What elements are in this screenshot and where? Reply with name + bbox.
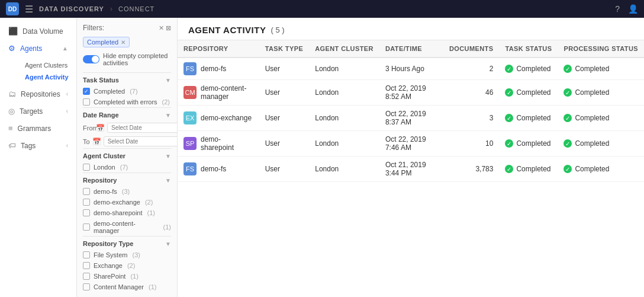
sidebar-item-grammars[interactable]: ≡ Grammars <box>0 120 76 137</box>
demo-content-manager-checkbox[interactable] <box>83 223 90 231</box>
repository-type-section-header[interactable]: Repository Type ▼ <box>83 236 171 250</box>
agent-clusters-label: Agent Clusters <box>25 62 67 69</box>
clear-filters-button[interactable]: ✕ ⊠ <box>159 24 171 32</box>
filter-row-demo-exchange: demo-exchange (2) <box>83 197 171 207</box>
sidebar-label-tags: Tags <box>21 142 36 150</box>
col-task-type: TASK TYPE <box>259 40 310 58</box>
grammars-icon: ≡ <box>8 124 13 133</box>
demo-sharepoint-count: (1) <box>147 209 155 216</box>
hamburger-icon[interactable]: ☰ <box>25 4 33 15</box>
task-type-3: User <box>259 131 310 157</box>
sharepoint-checkbox[interactable] <box>83 273 90 280</box>
repo-name-0: demo-fs <box>201 65 226 73</box>
page-title: AGENT ACTIVITY <box>188 25 266 35</box>
cluster-3: London <box>309 131 379 157</box>
repo-name-4: demo-fs <box>201 165 226 173</box>
date-range-title: Date Range <box>83 111 119 119</box>
london-checkbox[interactable] <box>83 164 90 171</box>
agent-cluster-title: Agent Cluster <box>83 152 125 159</box>
demo-fs-checkbox[interactable] <box>83 188 90 195</box>
repo-cell-1: CM demo-content-manager <box>178 80 259 106</box>
datetime-2: Oct 22, 2019 8:37 AM <box>379 106 443 131</box>
demo-exchange-checkbox[interactable] <box>83 199 90 206</box>
sidebar-item-repositories[interactable]: 🗂 Repositories ‹ <box>0 85 76 103</box>
content-manager-label: Content Manager <box>94 283 144 290</box>
task-type-0: User <box>259 58 310 80</box>
demo-sharepoint-checkbox[interactable] <box>83 209 90 216</box>
completed-checkbox[interactable]: ✓ <box>83 88 90 95</box>
agents-icon: ⚙ <box>8 44 15 53</box>
content-manager-checkbox[interactable] <box>83 283 90 290</box>
tags-icon: 🏷 <box>8 141 16 150</box>
top-bar: DD ☰ DATA DISCOVERY › CONNECT ? 👤 <box>0 0 644 18</box>
app-logo: DD <box>6 2 19 15</box>
task-status-section-header[interactable]: Task Status ▼ <box>83 72 171 86</box>
repo-name-3: demo-sharepoint <box>201 135 253 152</box>
sidebar-label-agents: Agents <box>20 44 42 53</box>
filter-row-demo-content-manager: demo-content-manager (1) <box>83 218 171 236</box>
agent-cluster-chevron: ▼ <box>165 153 171 159</box>
sidebar-item-agents[interactable]: ⚙ Agents ▲ <box>0 40 76 57</box>
targets-chevron: ‹ <box>66 108 68 114</box>
user-icon[interactable]: 👤 <box>628 4 638 14</box>
date-range-section-header[interactable]: Date Range ▼ <box>83 107 171 121</box>
task-status-0: ✓ Completed <box>499 58 558 80</box>
cluster-1: London <box>309 80 379 106</box>
task-status-title: Task Status <box>83 76 119 84</box>
datetime-0: 3 Hours Ago <box>379 58 443 80</box>
filter-row-exchange: Exchange (2) <box>83 260 171 271</box>
task-status-dot-4: ✓ <box>505 165 513 173</box>
completed-errors-label: Completed with errors <box>94 98 157 106</box>
repo-icon-3: SP <box>183 137 197 150</box>
documents-3: 10 <box>443 131 500 157</box>
proc-status-label-2: Completed <box>575 114 609 122</box>
proc-status-2: ✓ Completed <box>558 106 644 131</box>
completed-label: Completed <box>94 88 125 95</box>
sidebar-item-agent-clusters[interactable]: Agent Clusters <box>19 59 76 71</box>
repos-chevron: ‹ <box>66 91 68 97</box>
col-agent-cluster: AGENT CLUSTER <box>309 40 379 58</box>
col-datetime: DATE/TIME <box>379 40 443 58</box>
remove-filter-icon[interactable]: ✕ <box>121 39 125 46</box>
demo-content-manager-label: demo-content-manager <box>94 220 159 234</box>
task-status-label-3: Completed <box>516 139 550 148</box>
table-row: FS demo-fs User London 3 Hours Ago 2 ✓ C… <box>178 58 644 80</box>
repository-section-header[interactable]: Repository ▼ <box>83 173 171 186</box>
cluster-0: London <box>309 58 379 80</box>
cluster-2: London <box>309 106 379 131</box>
file-system-checkbox[interactable] <box>83 251 90 258</box>
proc-status-label-4: Completed <box>575 165 609 173</box>
to-calendar-icon[interactable]: 📅 <box>92 138 101 146</box>
date-to-row: To 📅 <box>83 135 171 148</box>
from-date-input[interactable] <box>107 123 178 133</box>
filter-row-content-manager: Content Manager (1) <box>83 282 171 292</box>
proc-status-label-1: Completed <box>575 88 609 97</box>
table-header-row: REPOSITORY TASK TYPE AGENT CLUSTER DATE/… <box>178 40 644 58</box>
date-from-row: From 📅 <box>83 121 171 135</box>
sidebar-item-agent-activity[interactable]: Agent Activity <box>19 71 76 83</box>
agents-chevron: ▲ <box>62 45 68 52</box>
col-documents: DOCUMENTS <box>443 40 500 58</box>
demo-content-manager-count: (1) <box>163 223 171 231</box>
completed-errors-count: (2) <box>162 98 170 106</box>
active-filter-tag[interactable]: Completed ✕ <box>83 37 130 47</box>
from-calendar-icon[interactable]: 📅 <box>96 124 105 132</box>
completed-errors-checkbox[interactable] <box>83 98 90 106</box>
exchange-checkbox[interactable] <box>83 262 90 269</box>
sidebar-item-data-volume[interactable]: ⬛ Data Volume <box>0 23 76 40</box>
task-type-2: User <box>259 106 310 131</box>
agent-cluster-section-header[interactable]: Agent Cluster ▼ <box>83 148 171 162</box>
task-status-label-1: Completed <box>516 88 550 97</box>
sidebar-item-tags[interactable]: 🏷 Tags ‹ <box>0 137 76 154</box>
table-row: CM demo-content-manager User London Oct … <box>178 80 644 106</box>
help-icon[interactable]: ? <box>615 4 620 14</box>
repo-cell-3: SP demo-sharepoint <box>178 131 259 157</box>
filter-row-completed-errors: Completed with errors (2) <box>83 97 171 107</box>
sidebar-item-targets[interactable]: ◎ Targets ‹ <box>0 103 76 120</box>
hide-empty-toggle[interactable] <box>83 55 99 63</box>
proc-status-3: ✓ Completed <box>558 131 644 157</box>
filter-row-completed: ✓ Completed (7) <box>83 86 171 97</box>
repo-icon-2: EX <box>183 111 197 124</box>
to-date-input[interactable] <box>104 136 178 146</box>
documents-1: 46 <box>443 80 500 106</box>
